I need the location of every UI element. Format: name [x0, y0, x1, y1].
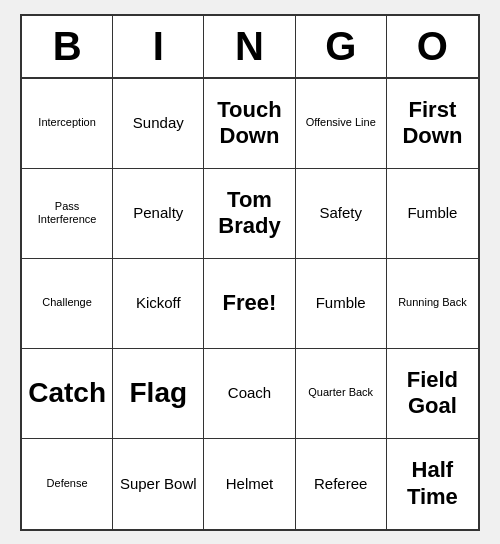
cell-text-0-3: Offensive Line — [306, 116, 376, 129]
bingo-cell-0-1[interactable]: Sunday — [113, 79, 204, 169]
cell-text-1-2: Tom Brady — [208, 187, 290, 240]
bingo-cell-1-0[interactable]: Pass Interference — [22, 169, 113, 259]
cell-text-2-4: Running Back — [398, 296, 467, 309]
bingo-cell-0-0[interactable]: Interception — [22, 79, 113, 169]
bingo-cell-0-2[interactable]: Touch Down — [204, 79, 295, 169]
bingo-cell-0-4[interactable]: First Down — [387, 79, 478, 169]
header-letter-g: G — [296, 16, 387, 77]
bingo-cell-1-3[interactable]: Safety — [296, 169, 387, 259]
cell-text-3-1: Flag — [130, 376, 188, 410]
bingo-cell-2-3[interactable]: Fumble — [296, 259, 387, 349]
cell-text-3-2: Coach — [228, 384, 271, 402]
bingo-cell-4-0[interactable]: Defense — [22, 439, 113, 529]
cell-text-4-4: Half Time — [391, 457, 474, 510]
cell-text-1-1: Penalty — [133, 204, 183, 222]
bingo-cell-3-1[interactable]: Flag — [113, 349, 204, 439]
bingo-cell-2-0[interactable]: Challenge — [22, 259, 113, 349]
cell-text-0-1: Sunday — [133, 114, 184, 132]
cell-text-2-1: Kickoff — [136, 294, 181, 312]
bingo-cell-0-3[interactable]: Offensive Line — [296, 79, 387, 169]
cell-text-1-0: Pass Interference — [26, 200, 108, 226]
cell-text-0-0: Interception — [38, 116, 95, 129]
cell-text-2-0: Challenge — [42, 296, 92, 309]
bingo-cell-3-2[interactable]: Coach — [204, 349, 295, 439]
bingo-cell-4-2[interactable]: Helmet — [204, 439, 295, 529]
bingo-cell-4-4[interactable]: Half Time — [387, 439, 478, 529]
bingo-cell-3-0[interactable]: Catch — [22, 349, 113, 439]
bingo-grid: InterceptionSundayTouch DownOffensive Li… — [22, 79, 478, 529]
cell-text-1-3: Safety — [319, 204, 362, 222]
cell-text-4-2: Helmet — [226, 475, 274, 493]
cell-text-4-1: Super Bowl — [120, 475, 197, 493]
bingo-cell-3-4[interactable]: Field Goal — [387, 349, 478, 439]
cell-text-3-3: Quarter Back — [308, 386, 373, 399]
cell-text-3-4: Field Goal — [391, 367, 474, 420]
cell-text-0-2: Touch Down — [208, 97, 290, 150]
bingo-cell-3-3[interactable]: Quarter Back — [296, 349, 387, 439]
bingo-cell-1-2[interactable]: Tom Brady — [204, 169, 295, 259]
bingo-cell-2-2[interactable]: Free! — [204, 259, 295, 349]
cell-text-2-3: Fumble — [316, 294, 366, 312]
bingo-cell-1-4[interactable]: Fumble — [387, 169, 478, 259]
cell-text-4-0: Defense — [47, 477, 88, 490]
cell-text-4-3: Referee — [314, 475, 367, 493]
header-letter-i: I — [113, 16, 204, 77]
header-letter-o: O — [387, 16, 478, 77]
bingo-header: BINGO — [22, 16, 478, 79]
cell-text-0-4: First Down — [391, 97, 474, 150]
cell-text-3-0: Catch — [28, 376, 106, 410]
cell-text-2-2: Free! — [223, 290, 277, 316]
bingo-cell-2-4[interactable]: Running Back — [387, 259, 478, 349]
cell-text-1-4: Fumble — [407, 204, 457, 222]
bingo-cell-4-3[interactable]: Referee — [296, 439, 387, 529]
bingo-cell-4-1[interactable]: Super Bowl — [113, 439, 204, 529]
header-letter-b: B — [22, 16, 113, 77]
bingo-cell-2-1[interactable]: Kickoff — [113, 259, 204, 349]
bingo-cell-1-1[interactable]: Penalty — [113, 169, 204, 259]
bingo-card: BINGO InterceptionSundayTouch DownOffens… — [20, 14, 480, 531]
header-letter-n: N — [204, 16, 295, 77]
